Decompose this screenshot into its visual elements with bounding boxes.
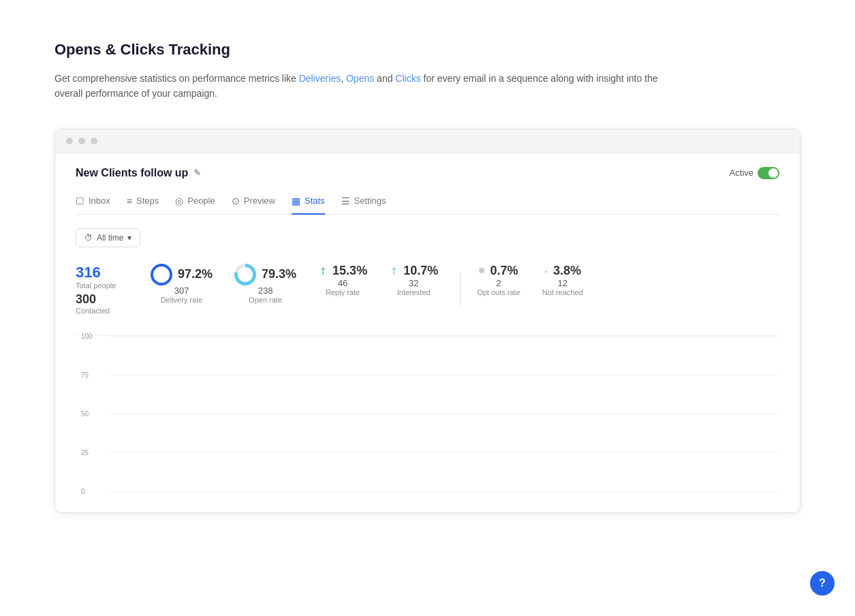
- active-badge: Active: [730, 167, 779, 179]
- edit-icon[interactable]: ✎: [193, 168, 201, 178]
- delivery-rate-label: Delivery rate: [161, 296, 203, 304]
- interested-label: Interested: [397, 288, 431, 296]
- tab-people-label: People: [187, 196, 215, 206]
- stats-icon: ▦: [292, 196, 300, 206]
- total-people-number: 316: [76, 264, 130, 281]
- tab-steps-label: Steps: [136, 196, 159, 206]
- interested-count: 32: [409, 278, 418, 288]
- stats-divider: [460, 272, 461, 306]
- stat-opt-outs: 0.7% 2 Opt outs rate: [477, 264, 520, 296]
- active-label: Active: [730, 168, 753, 178]
- active-toggle[interactable]: [758, 167, 779, 179]
- reply-rate-count: 46: [338, 278, 347, 288]
- reply-rate-label: Reply rate: [326, 288, 360, 296]
- chart-area: 100 75 50 25 0: [76, 335, 779, 512]
- tab-inbox-label: Inbox: [89, 196, 110, 206]
- grid-label-0: 0: [81, 488, 85, 495]
- tab-people[interactable]: ◎ People: [175, 189, 215, 215]
- tab-steps[interactable]: ≡ Steps: [127, 189, 159, 215]
- opt-outs-pct: 0.7%: [490, 264, 518, 278]
- total-people-label: Total people: [76, 281, 130, 290]
- campaign-name: New Clients follow up: [76, 167, 188, 179]
- stat-reply-rate: ➚ 15.3% 46 Reply rate: [318, 264, 367, 296]
- contacted-label: Contacted: [76, 307, 130, 315]
- opt-outs-label: Opt outs rate: [477, 288, 520, 296]
- tab-settings[interactable]: ☰ Settings: [341, 189, 386, 215]
- interested-arrow-icon: ➚: [386, 263, 401, 279]
- page-title: Opens & Clicks Tracking: [55, 41, 800, 59]
- bars-container: [110, 336, 779, 492]
- opt-outs-count: 2: [496, 278, 501, 288]
- open-circle-icon: [234, 264, 256, 286]
- delivery-rate-icon-row: 97.2%: [151, 264, 213, 286]
- tab-stats-label: Stats: [305, 196, 325, 206]
- contacted-number: 300: [76, 292, 130, 307]
- campaign-header: New Clients follow up ✎ Active: [76, 167, 779, 179]
- inbox-icon: ☐: [76, 196, 84, 206]
- page-description: Get comprehensive statistics on performa…: [55, 71, 668, 102]
- grid-label-50: 50: [81, 410, 89, 418]
- campaign-title-group: New Clients follow up ✎: [76, 167, 201, 179]
- chevron-down-icon: ▾: [127, 233, 131, 243]
- filter-row: ⏱ All time ▾: [76, 228, 779, 247]
- nav-tabs: ☐ Inbox ≡ Steps ◎ People ⊙ Preview ▦ Sta…: [76, 189, 779, 215]
- opt-outs-icon-row: 0.7%: [479, 264, 518, 278]
- clock-icon: ⏱: [84, 233, 93, 243]
- time-filter-label: All time: [97, 233, 123, 243]
- open-rate-pct: 79.3%: [262, 267, 296, 281]
- reply-rate-icon-row: ➚ 15.3%: [318, 264, 367, 278]
- stat-delivery-rate: 97.2% 307 Delivery rate: [151, 264, 213, 304]
- reply-arrow-icon: ➚: [315, 263, 330, 279]
- grid-label-25: 25: [81, 449, 89, 457]
- time-filter-dropdown[interactable]: ⏱ All time ▾: [76, 228, 140, 247]
- tab-preview-label: Preview: [244, 196, 275, 206]
- window-dot-green: [91, 138, 97, 144]
- not-reached-icon-row: · 3.8%: [544, 264, 581, 278]
- interested-icon-row: ➚ 10.7%: [389, 264, 438, 278]
- open-rate-label: Open rate: [249, 296, 282, 304]
- interested-pct: 10.7%: [403, 264, 438, 278]
- reply-rate-pct: 15.3%: [332, 264, 367, 278]
- delivery-rate-pct: 97.2%: [178, 267, 213, 281]
- stat-open-rate: 79.3% 238 Open rate: [234, 264, 296, 304]
- tab-settings-label: Settings: [354, 196, 386, 206]
- stat-not-reached: · 3.8% 12 Not reached: [542, 264, 583, 296]
- delivery-rate-count: 307: [174, 286, 189, 296]
- open-rate-count: 238: [258, 286, 273, 296]
- open-rate-icon-row: 79.3%: [234, 264, 296, 286]
- window-content: New Clients follow up ✎ Active ☐ Inbox ≡…: [55, 153, 800, 512]
- not-reached-pct: 3.8%: [553, 264, 581, 278]
- grid-label-75: 75: [81, 371, 89, 379]
- optout-dot-icon: [479, 268, 484, 273]
- people-icon: ◎: [175, 196, 183, 206]
- not-reached-count: 12: [558, 278, 568, 288]
- stats-row: 316 Total people 300 Contacted 97.2% 307…: [76, 264, 779, 315]
- tab-inbox[interactable]: ☐ Inbox: [76, 189, 110, 215]
- tab-preview[interactable]: ⊙ Preview: [232, 189, 275, 215]
- browser-window: New Clients follow up ✎ Active ☐ Inbox ≡…: [55, 129, 800, 513]
- delivery-circle-icon: [151, 264, 172, 286]
- steps-icon: ≡: [127, 196, 132, 206]
- grid-label-100: 100: [81, 333, 93, 340]
- preview-icon: ⊙: [232, 196, 240, 206]
- stat-total-people: 316 Total people 300 Contacted: [76, 264, 130, 315]
- notreached-dot-icon: ·: [544, 264, 548, 277]
- tab-stats[interactable]: ▦ Stats: [292, 189, 325, 215]
- not-reached-label: Not reached: [542, 288, 583, 296]
- browser-chrome: [55, 129, 800, 153]
- window-dot-yellow: [78, 138, 85, 144]
- stat-interested: ➚ 10.7% 32 Interested: [389, 264, 438, 296]
- window-dot-red: [66, 138, 73, 144]
- settings-icon: ☰: [341, 196, 350, 206]
